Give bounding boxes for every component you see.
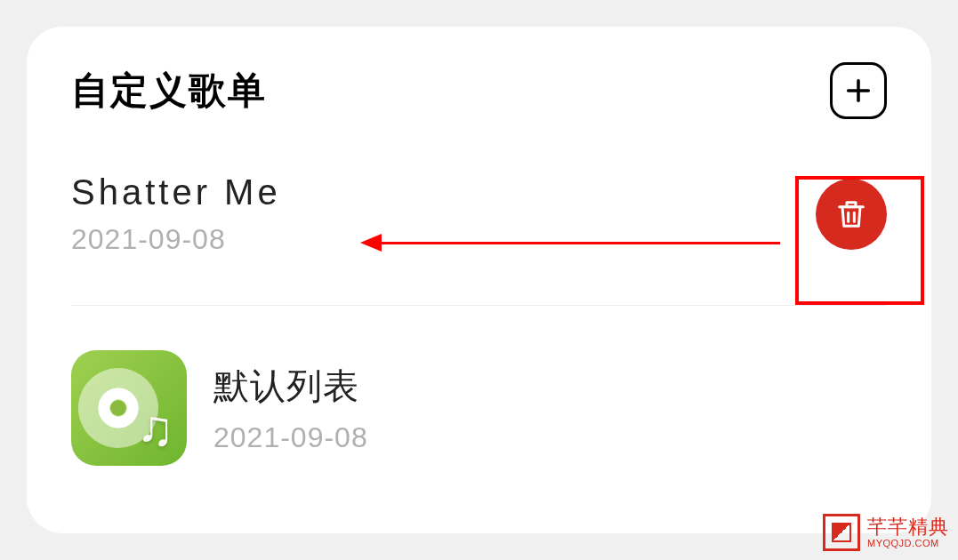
watermark-cn: 芊芊精典 xyxy=(867,516,949,538)
playlist-info: Shatter Me 2021-09-08 xyxy=(71,172,281,256)
add-playlist-button[interactable] xyxy=(830,62,887,119)
page-title: 自定义歌单 xyxy=(71,66,267,116)
playlist-info: ♫ 默认列表 2021-09-08 xyxy=(71,350,368,466)
watermark-text: 芊芊精典 MYQQJD.COM xyxy=(867,516,949,548)
plus-icon xyxy=(843,76,873,106)
music-note-icon: ♫ xyxy=(137,404,174,453)
watermark-en: MYQQJD.COM xyxy=(867,538,949,548)
playlist-date: 2021-09-08 xyxy=(213,421,368,454)
playlist-card: 自定义歌单 Shatter Me 2021-09-08 xyxy=(27,27,931,533)
playlist-date: 2021-09-08 xyxy=(71,223,281,256)
watermark-logo-icon xyxy=(823,514,860,551)
playlist-name: 默认列表 xyxy=(213,362,368,411)
watermark: 芊芊精典 MYQQJD.COM xyxy=(823,514,949,551)
playlist-text: Shatter Me 2021-09-08 xyxy=(71,172,281,256)
playlist-item[interactable]: Shatter Me 2021-09-08 xyxy=(71,155,887,306)
delete-playlist-button[interactable] xyxy=(816,179,887,250)
playlist-item[interactable]: ♫ 默认列表 2021-09-08 xyxy=(71,332,887,484)
trash-icon xyxy=(833,196,869,232)
playlist-cover: ♫ xyxy=(71,350,187,466)
header: 自定义歌单 xyxy=(71,62,887,119)
playlist-text: 默认列表 2021-09-08 xyxy=(213,362,368,454)
playlist-name: Shatter Me xyxy=(71,172,281,212)
